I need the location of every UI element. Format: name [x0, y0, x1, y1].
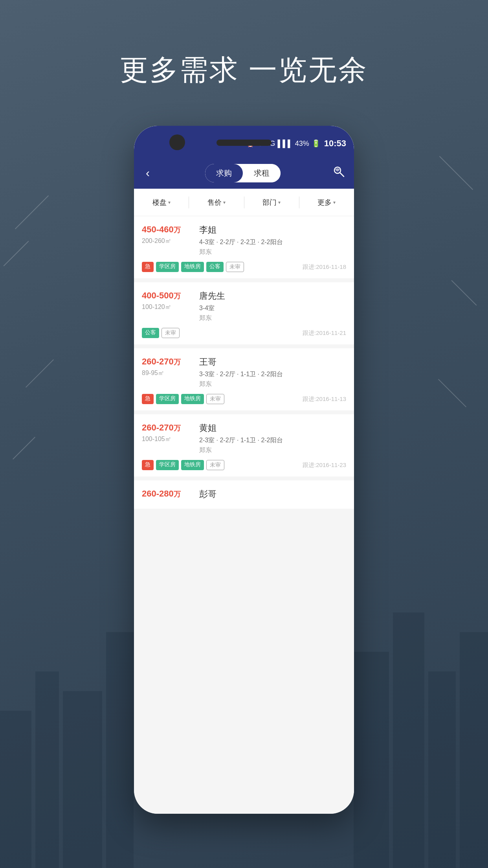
battery-label: 43% [295, 140, 309, 148]
filter-building[interactable]: 楼盘 ▾ [134, 189, 189, 216]
map-button[interactable] [332, 165, 346, 182]
listing-price-area: 450-460万 200-260㎡ [142, 224, 193, 256]
listing-card[interactable]: 260-270万 100-105㎡ 黄姐 2-3室 · 2-2厅 · 1-1卫 … [134, 414, 354, 476]
listing-price-area: 260-270万 89-95㎡ [142, 356, 193, 388]
nav-bar: ‹ 求购 求租 [134, 157, 354, 189]
phone-frame: ⏰ ① 4G ▌▌▌ 43% 🔋 10:53 ‹ 求购 求租 [134, 126, 354, 814]
listing-tags: 公客 未审 [142, 328, 180, 338]
filter-price[interactable]: 售价 ▾ [189, 189, 244, 216]
listing-tags: 急 学区房 地铁房 未审 [142, 394, 224, 404]
phone-speaker [216, 140, 272, 146]
phone-camera [169, 134, 185, 150]
listing-price-area: 400-500万 100-120㎡ [142, 290, 193, 322]
tab-rent[interactable]: 求租 [243, 164, 281, 182]
signal-icon: ▌▌▌ [277, 140, 292, 148]
listing-price-area: 260-280万 [142, 488, 193, 502]
filter-more[interactable]: 更多 ▾ [299, 189, 354, 216]
listing-price-area: 260-270万 100-105㎡ [142, 422, 193, 454]
listing-card[interactable]: 260-280万 彭哥 [134, 480, 354, 509]
nav-tabs: 求购 求租 [205, 164, 281, 182]
listing-tags: 急 学区房 地铁房 公客 未审 [142, 262, 244, 272]
back-button[interactable]: ‹ [142, 162, 154, 184]
content-area: 450-460万 200-260㎡ 李姐 4-3室 · 2-2厅 · 2-2卫 … [134, 216, 354, 814]
listing-card[interactable]: 450-460万 200-260㎡ 李姐 4-3室 · 2-2厅 · 2-2卫 … [134, 216, 354, 278]
page-title: 更多需求 一览无余 [0, 51, 488, 89]
listing-tags: 急 学区房 地铁房 未审 [142, 460, 224, 470]
time-display: 10:53 [324, 138, 346, 149]
filter-bar: 楼盘 ▾ 售价 ▾ 部门 ▾ 更多 ▾ [134, 189, 354, 216]
battery-icon: 🔋 [312, 139, 320, 148]
listing-card[interactable]: 400-500万 100-120㎡ 唐先生 3-4室 郑东 公客 未审 [134, 282, 354, 344]
listing-card[interactable]: 260-270万 89-95㎡ 王哥 3-3室 · 2-2厅 · 1-1卫 · … [134, 348, 354, 410]
tab-buy[interactable]: 求购 [205, 164, 243, 182]
svg-line-9 [340, 173, 344, 177]
filter-dept[interactable]: 部门 ▾ [244, 189, 299, 216]
